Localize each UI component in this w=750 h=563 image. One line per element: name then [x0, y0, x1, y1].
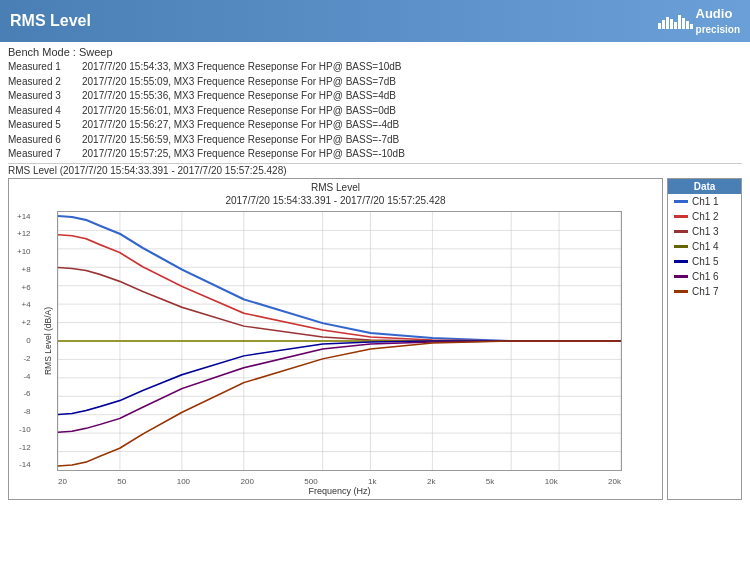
measured-item: Measured 72017/7/20 15:57:25, MX3 Freque…: [8, 147, 742, 162]
legend-item: Ch1 3: [668, 224, 741, 239]
legend-label: Ch1 7: [692, 286, 719, 297]
measured-label: Measured 7: [8, 147, 78, 162]
legend-header: Data: [668, 179, 741, 194]
bench-mode-label: Bench Mode : Sweep: [8, 46, 742, 58]
legend-label: Ch1 6: [692, 271, 719, 282]
measured-info: 2017/7/20 15:55:09, MX3 Frequence Resepo…: [82, 75, 396, 90]
legend-item: Ch1 1: [668, 194, 741, 209]
x-axis-label: Frequency (Hz): [308, 486, 370, 496]
measured-info: 2017/7/20 15:54:33, MX3 Frequence Resepo…: [82, 60, 402, 75]
measured-list: Measured 12017/7/20 15:54:33, MX3 Freque…: [8, 60, 742, 162]
measured-label: Measured 5: [8, 118, 78, 133]
legend-color-swatch: [674, 275, 688, 278]
legend-color-swatch: [674, 200, 688, 203]
y-axis-ticks: +14 +12 +10 +8 +6 +4 +2 0 -2 -4 -6 -8 -1…: [14, 212, 34, 470]
legend-color-swatch: [674, 260, 688, 263]
legend-label: Ch1 2: [692, 211, 719, 222]
chart-container: RMS Level 2017/7/20 15:54:33.391 - 2017/…: [8, 178, 663, 500]
measured-label: Measured 4: [8, 104, 78, 119]
app-window: RMS Level Audioprecision Bench Mode : Sw…: [0, 0, 750, 504]
measured-info: 2017/7/20 15:56:27, MX3 Frequence Resepo…: [82, 118, 399, 133]
legend-panel: Data Ch1 1Ch1 2Ch1 3Ch1 4Ch1 5Ch1 6Ch1 7: [667, 178, 742, 500]
measured-item: Measured 22017/7/20 15:55:09, MX3 Freque…: [8, 75, 742, 90]
measured-info: 2017/7/20 15:55:36, MX3 Frequence Resepo…: [82, 89, 396, 104]
legend-item: Ch1 6: [668, 269, 741, 284]
measured-label: Measured 1: [8, 60, 78, 75]
measured-item: Measured 12017/7/20 15:54:33, MX3 Freque…: [8, 60, 742, 75]
legend-item: Ch1 7: [668, 284, 741, 299]
logo-icon: [658, 13, 693, 29]
rms-range-label: RMS Level (2017/7/20 15:54:33.391 - 2017…: [8, 163, 742, 176]
measured-label: Measured 6: [8, 133, 78, 148]
measured-label: Measured 3: [8, 89, 78, 104]
legend-label: Ch1 4: [692, 241, 719, 252]
legend-color-swatch: [674, 230, 688, 233]
chart-plot: A D ▐▐▐: [57, 211, 622, 471]
measured-item: Measured 32017/7/20 15:55:36, MX3 Freque…: [8, 89, 742, 104]
x-axis-ticks: 20 50 100 200 500 1k 2k 5k 10k 20k: [58, 477, 621, 486]
legend-item: Ch1 4: [668, 239, 741, 254]
logo-text: Audioprecision: [696, 6, 740, 36]
legend-label: Ch1 3: [692, 226, 719, 237]
measured-item: Measured 52017/7/20 15:56:27, MX3 Freque…: [8, 118, 742, 133]
legend-color-swatch: [674, 290, 688, 293]
measured-item: Measured 62017/7/20 15:56:59, MX3 Freque…: [8, 133, 742, 148]
legend-label: Ch1 5: [692, 256, 719, 267]
legend-color-swatch: [674, 215, 688, 218]
chart-title: RMS Level 2017/7/20 15:54:33.391 - 2017/…: [9, 179, 662, 209]
header-bar: RMS Level Audioprecision: [0, 0, 750, 42]
logo-area: Audioprecision: [658, 6, 740, 36]
legend-label: Ch1 1: [692, 196, 719, 207]
measured-info: 2017/7/20 15:57:25, MX3 Frequence Resepo…: [82, 147, 405, 162]
legend-item: Ch1 2: [668, 209, 741, 224]
y-axis-label: RMS Level (dB/A): [43, 306, 53, 374]
main-content: Bench Mode : Sweep Measured 12017/7/20 1…: [0, 42, 750, 504]
measured-info: 2017/7/20 15:56:59, MX3 Frequence Resepo…: [82, 133, 399, 148]
legend-items: Ch1 1Ch1 2Ch1 3Ch1 4Ch1 5Ch1 6Ch1 7: [668, 194, 741, 299]
chart-area: RMS Level 2017/7/20 15:54:33.391 - 2017/…: [8, 178, 742, 500]
measured-item: Measured 42017/7/20 15:56:01, MX3 Freque…: [8, 104, 742, 119]
measured-label: Measured 2: [8, 75, 78, 90]
window-title: RMS Level: [10, 12, 91, 30]
measured-info: 2017/7/20 15:56:01, MX3 Frequence Resepo…: [82, 104, 396, 119]
legend-item: Ch1 5: [668, 254, 741, 269]
legend-color-swatch: [674, 245, 688, 248]
